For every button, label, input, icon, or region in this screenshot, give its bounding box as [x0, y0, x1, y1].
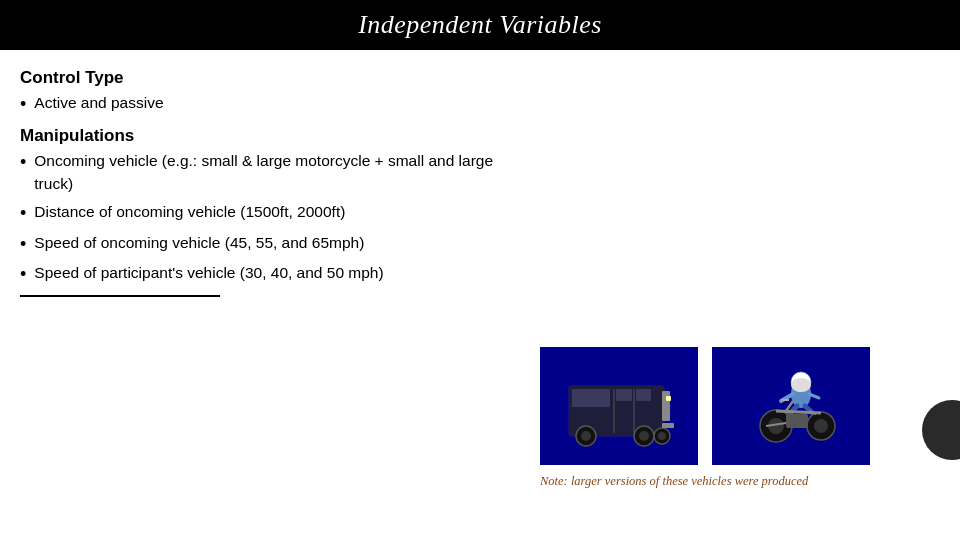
- control-type-bullet: • Active and passive: [20, 92, 520, 116]
- manipulation-text-3: Speed of oncoming vehicle (45, 55, and 6…: [34, 232, 520, 254]
- right-column: Note: larger versions of these vehicles …: [540, 68, 920, 530]
- manipulation-bullet-4: • Speed of participant's vehicle (30, 40…: [20, 262, 520, 286]
- bullet-dot-4: •: [20, 233, 26, 256]
- slide: Independent Variables Control Type • Act…: [0, 0, 960, 540]
- bullet-dot-1: •: [20, 93, 26, 116]
- manipulation-text-2: Distance of oncoming vehicle (1500ft, 20…: [34, 201, 520, 223]
- svg-rect-5: [572, 389, 610, 407]
- svg-rect-32: [786, 414, 808, 428]
- svg-rect-8: [662, 391, 670, 421]
- svg-rect-16: [662, 423, 674, 428]
- manipulation-text-1: Oncoming vehicle (e.g.: small & large mo…: [34, 150, 520, 195]
- svg-rect-7: [636, 389, 651, 401]
- vehicle-images: [540, 347, 870, 465]
- svg-point-27: [814, 419, 828, 433]
- left-column: Control Type • Active and passive Manipu…: [20, 68, 540, 530]
- motorcycle-image: [712, 347, 870, 465]
- manipulation-bullet-1: • Oncoming vehicle (e.g.: small & large …: [20, 150, 520, 195]
- manipulations-heading: Manipulations: [20, 126, 520, 146]
- bullet-dot-5: •: [20, 263, 26, 286]
- bullet-dot-2: •: [20, 151, 26, 174]
- svg-rect-15: [666, 396, 671, 401]
- image-note: Note: larger versions of these vehicles …: [540, 473, 808, 490]
- svg-point-19: [791, 378, 811, 392]
- slide-content: Control Type • Active and passive Manipu…: [0, 50, 960, 540]
- slide-title: Independent Variables: [0, 0, 960, 50]
- svg-point-14: [658, 432, 666, 440]
- truck-image: [540, 347, 698, 465]
- svg-point-10: [581, 431, 591, 441]
- svg-point-12: [639, 431, 649, 441]
- bottom-divider: [20, 295, 220, 297]
- manipulation-bullet-2: • Distance of oncoming vehicle (1500ft, …: [20, 201, 520, 225]
- title-text: Independent Variables: [358, 10, 602, 39]
- svg-rect-6: [616, 389, 632, 401]
- motorcycle-svg: [721, 356, 861, 456]
- manipulation-text-4: Speed of participant's vehicle (30, 40, …: [34, 262, 520, 284]
- bullet-dot-3: •: [20, 202, 26, 225]
- control-type-heading: Control Type: [20, 68, 520, 88]
- manipulation-bullet-3: • Speed of oncoming vehicle (45, 55, and…: [20, 232, 520, 256]
- truck-svg: [554, 361, 684, 451]
- control-type-text: Active and passive: [34, 92, 520, 114]
